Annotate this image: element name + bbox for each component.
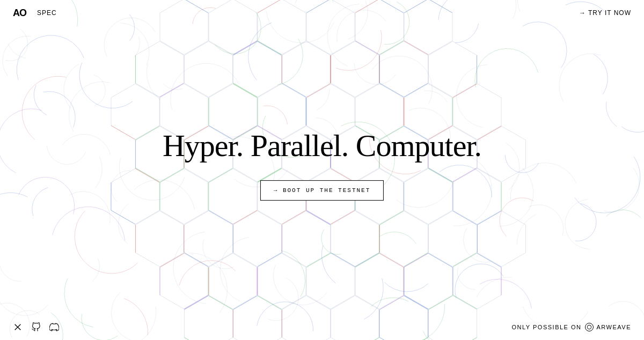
arweave-logo-icon (585, 323, 594, 331)
header-left: AO SPEC (13, 8, 57, 19)
twitter-icon[interactable] (13, 322, 23, 332)
hero-section: Hyper. Parallel. Computer. → BOOT UP THE… (163, 129, 481, 201)
footer: ONLY POSSIBLE ON ARWEAVE (0, 314, 644, 340)
hero-title: Hyper. Parallel. Computer. (163, 129, 481, 163)
boot-testnet-button[interactable]: → BOOT UP THE TESTNET (260, 180, 384, 201)
header: AO SPEC → TRY IT NOW (0, 0, 644, 26)
logo: AO (13, 8, 26, 19)
nav-spec-link[interactable]: SPEC (37, 9, 57, 17)
discord-icon[interactable] (49, 322, 59, 332)
footer-arweave: ONLY POSSIBLE ON ARWEAVE (512, 323, 631, 331)
footer-social-links (13, 322, 59, 332)
arweave-label: ARWEAVE (597, 324, 632, 330)
only-possible-text: ONLY POSSIBLE ON (512, 324, 582, 330)
github-icon[interactable] (31, 322, 41, 332)
try-it-now-link[interactable]: → TRY IT NOW (579, 9, 631, 17)
